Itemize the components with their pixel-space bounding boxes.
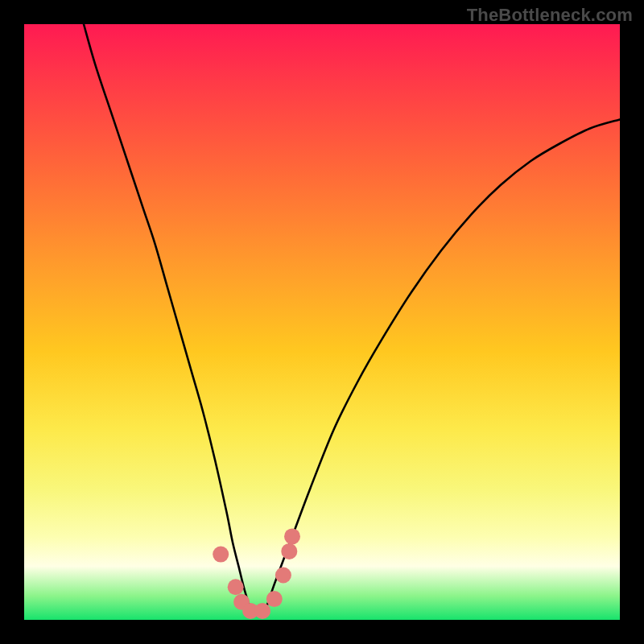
curve-marker — [275, 568, 291, 584]
curve-layer — [24, 24, 620, 620]
curve-marker — [266, 591, 283, 607]
curve-marker — [228, 579, 244, 595]
curve-marker — [213, 547, 229, 563]
curve-marker — [281, 543, 297, 559]
curve-marker — [254, 603, 270, 619]
chart-frame: TheBottleneck.com — [0, 0, 644, 644]
curve-markers — [213, 528, 300, 619]
curve-marker — [284, 528, 300, 544]
watermark-text: TheBottleneck.com — [467, 5, 633, 26]
plot-area — [24, 24, 620, 620]
bottleneck-curve — [84, 24, 620, 615]
